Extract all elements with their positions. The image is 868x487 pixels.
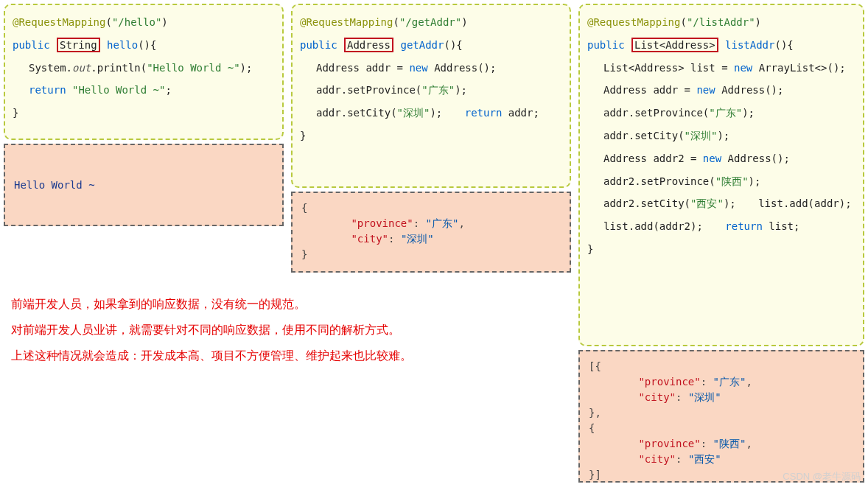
- output-panel-listaddr: [{ "province": "广东", "city": "深圳" }, { "…: [578, 350, 864, 483]
- code-panel-hello: @RequestMapping("/hello") public String …: [4, 4, 284, 140]
- code-panel-listaddr: @RequestMapping("/listAddr") public List…: [578, 4, 864, 346]
- commentary-text: 前端开发人员，如果拿到的响应数据，没有统一的规范。 对前端开发人员业讲，就需要针…: [11, 291, 412, 369]
- code-panel-getaddr: @RequestMapping("/getAddr") public Addre…: [291, 4, 571, 188]
- output-panel-hello: Hello World ~: [4, 144, 284, 226]
- return-type-box: String: [57, 38, 100, 52]
- output-panel-getaddr: { "province": "广东", "city": "深圳" }: [291, 192, 571, 273]
- annotation: @RequestMapping: [13, 16, 105, 28]
- json-output: [{ "province": "广东", "city": "深圳" }, { "…: [589, 359, 854, 483]
- return-type-box: List<Address>: [631, 38, 718, 52]
- output-text: Hello World ~: [14, 178, 95, 193]
- watermark: CSDN @老牛源码: [783, 470, 861, 483]
- return-type-box: Address: [344, 38, 393, 52]
- json-output: { "province": "广东", "city": "深圳" }: [301, 200, 561, 262]
